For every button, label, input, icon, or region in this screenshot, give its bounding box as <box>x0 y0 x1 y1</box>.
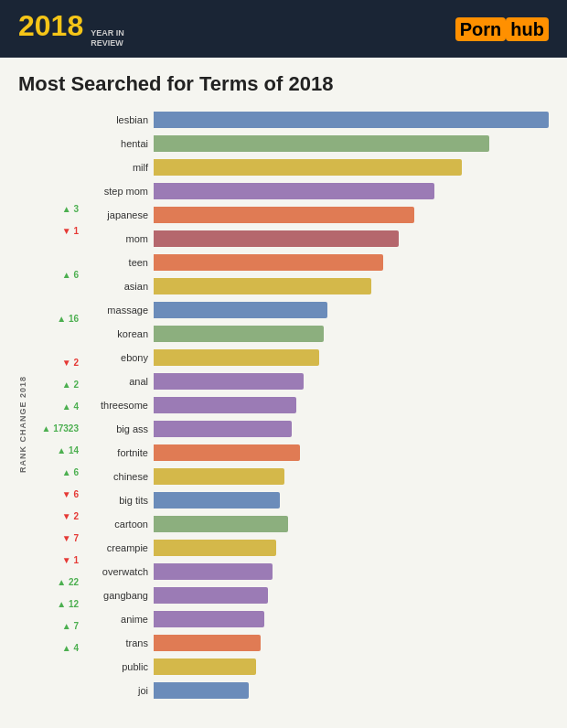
term-label: step mom <box>82 186 154 197</box>
term-label: hentai <box>82 138 154 149</box>
bar <box>154 540 276 556</box>
change-cell: 22 <box>31 572 82 594</box>
bar-container <box>154 183 549 199</box>
term-label: ebony <box>82 352 154 363</box>
change-column: 31616224173231466271221274 <box>31 109 82 728</box>
term-label: creampie <box>82 542 154 553</box>
change-cell <box>31 155 82 177</box>
bar-row: big tits <box>82 489 549 511</box>
bar-row: creampie <box>82 537 549 559</box>
term-label: big tits <box>82 495 154 506</box>
rank-up: 7 <box>62 621 79 631</box>
bar-row: teen <box>82 252 549 273</box>
bar-row: joi <box>82 680 549 701</box>
bar-row: gangbang <box>82 584 549 606</box>
change-cell: 6 <box>31 264 82 286</box>
rank-up: 4 <box>62 643 79 653</box>
bar-row: anime <box>82 608 549 630</box>
bar-container <box>154 373 549 390</box>
bar-container <box>154 540 549 556</box>
bar-container <box>154 397 549 413</box>
change-cell: 4 <box>31 396 82 418</box>
bar-row: cartoon <box>82 513 549 535</box>
change-cell <box>31 330 82 352</box>
bar <box>154 183 434 199</box>
bar-row: anal <box>82 370 549 392</box>
term-label: trans <box>82 637 154 648</box>
bar <box>154 516 288 532</box>
bar <box>154 587 268 604</box>
change-cell <box>31 286 82 308</box>
bar-container <box>154 230 549 247</box>
bar <box>154 112 549 128</box>
rank-up: 3 <box>62 204 79 214</box>
change-cell <box>31 133 82 155</box>
year-badge: 2018 YEAR IN REVIEW <box>18 11 124 48</box>
change-cell <box>31 111 82 133</box>
change-cell: 14 <box>31 440 82 462</box>
rank-down: 6 <box>62 489 79 499</box>
change-cell: 17323 <box>31 418 82 440</box>
change-cell: 6 <box>31 462 82 484</box>
bar-container <box>154 611 549 627</box>
change-cell: 4 <box>31 637 82 659</box>
term-label: chinese <box>82 471 154 482</box>
term-label: joi <box>82 685 154 696</box>
change-cell: 1 <box>31 550 82 572</box>
change-cell: 2 <box>31 506 82 528</box>
change-cell: 2 <box>31 374 82 396</box>
bar-row: big ass <box>82 418 549 440</box>
rank-change-label: RANK CHANGE 2018 <box>18 376 27 473</box>
rank-down: 2 <box>62 358 79 368</box>
bar-row: mom <box>82 228 549 250</box>
bar <box>154 658 256 675</box>
bar <box>154 207 414 223</box>
term-label: mom <box>82 233 154 244</box>
header: 2018 YEAR IN REVIEW Pornhub <box>0 0 567 58</box>
bar-container <box>154 682 549 699</box>
change-cell: 2 <box>31 352 82 374</box>
bar-row: asian <box>82 275 549 297</box>
bar <box>154 326 324 342</box>
term-label: public <box>82 661 154 672</box>
bar-row: threesome <box>82 394 549 416</box>
bar <box>154 635 261 651</box>
bars-section: lesbianhentaimilfstep momjapanesemomteen… <box>82 109 549 728</box>
bar-container <box>154 658 549 675</box>
rank-down: 1 <box>62 226 79 236</box>
year-text: 2018 <box>18 11 83 40</box>
bar-container <box>154 421 549 437</box>
year-subtitle: YEAR IN REVIEW <box>91 28 124 48</box>
bar-row: milf <box>82 156 549 178</box>
term-label: teen <box>82 257 154 268</box>
term-label: anal <box>82 376 154 387</box>
term-label: anime <box>82 614 154 625</box>
bar-row: hentai <box>82 133 549 155</box>
bar-container <box>154 516 549 532</box>
term-label: korean <box>82 328 154 339</box>
bar <box>154 135 489 152</box>
term-label: japanese <box>82 209 154 220</box>
bar <box>154 278 371 294</box>
bar <box>154 421 292 437</box>
bar-container <box>154 207 549 223</box>
term-label: gangbang <box>82 590 154 601</box>
bar <box>154 444 300 461</box>
bar-container <box>154 563 549 580</box>
bar <box>154 611 264 627</box>
change-cell: 1 <box>31 220 82 242</box>
bar <box>154 159 462 176</box>
bar-container <box>154 635 549 651</box>
term-label: big ass <box>82 423 154 434</box>
change-cell <box>31 177 82 198</box>
logo-text: Porn <box>455 17 507 41</box>
change-cell: 12 <box>31 594 82 616</box>
bar <box>154 302 327 318</box>
change-cell: 16 <box>31 308 82 330</box>
change-cell <box>31 242 82 264</box>
rank-up: 6 <box>62 467 79 477</box>
rank-up: 17323 <box>42 423 80 434</box>
chart-area: RANK CHANGE 2018 31616224173231466271221… <box>18 109 549 728</box>
bar-row: massage <box>82 299 549 321</box>
change-cell: 7 <box>31 528 82 550</box>
